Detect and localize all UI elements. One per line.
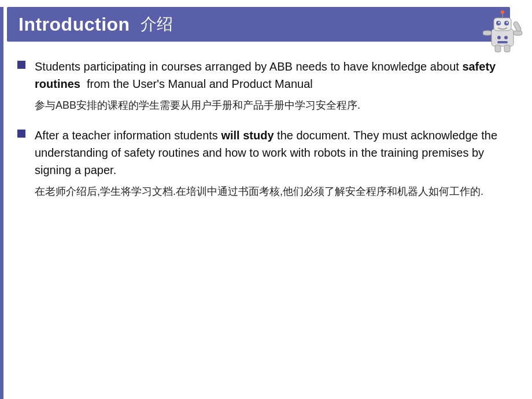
left-accent [0, 7, 3, 399]
robot-mascot-icon [478, 7, 527, 56]
header-chinese: 介绍 [141, 13, 173, 35]
svg-point-14 [504, 36, 508, 39]
svg-rect-1 [494, 18, 511, 31]
svg-point-4 [498, 21, 500, 23]
chinese-sub-2: 在老师介绍后,学生将学习文档.在培训中通过书面考核,他们必须了解安全程序和机器人… [35, 183, 515, 200]
bullet-text-2: After a teacher information students wil… [35, 127, 515, 179]
chinese-sub-1: 参与ABB安排的课程的学生需要从用户手册和产品手册中学习安全程序. [35, 97, 515, 114]
svg-rect-0 [492, 29, 513, 46]
svg-rect-15 [497, 41, 508, 43]
svg-point-13 [497, 36, 501, 39]
header-title: Introduction [19, 14, 130, 35]
bullet-square-1 [17, 61, 25, 69]
svg-rect-10 [512, 21, 522, 32]
bullet-item-2: After a teacher information students wil… [17, 127, 515, 179]
bullet-item-1: Students participating in courses arrang… [17, 58, 515, 93]
content-area: Students participating in courses arrang… [0, 42, 532, 224]
svg-rect-11 [495, 45, 501, 52]
header-bar: Introduction 介绍 [7, 7, 510, 42]
svg-rect-8 [483, 31, 492, 35]
svg-rect-12 [504, 45, 510, 52]
svg-point-5 [506, 21, 508, 23]
bullet-text-1: Students participating in courses arrang… [35, 58, 515, 93]
slide: Introduction 介绍 [0, 7, 532, 399]
svg-point-7 [501, 10, 504, 14]
bullet-square-2 [17, 130, 25, 138]
